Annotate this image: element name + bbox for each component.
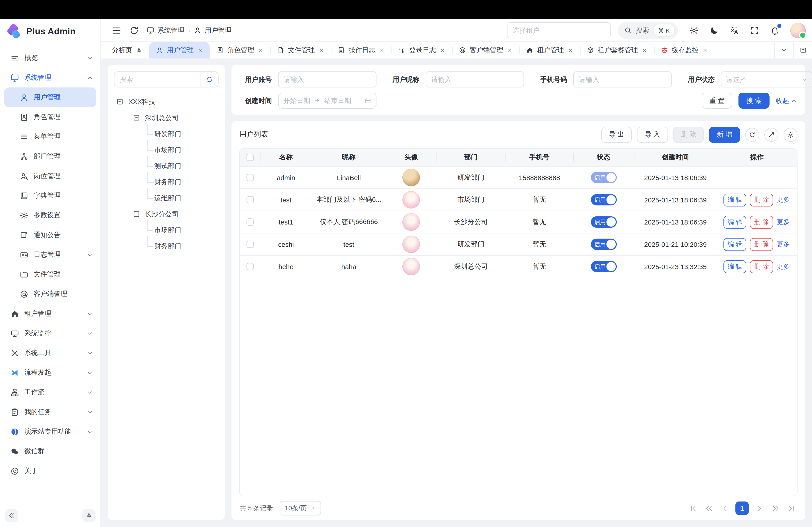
user-nickname-input[interactable] bbox=[426, 72, 524, 88]
tab-缓存监控[interactable]: 缓存监控 bbox=[654, 42, 715, 58]
user-avatar[interactable] bbox=[791, 22, 806, 38]
settings-gear-icon[interactable] bbox=[689, 26, 698, 35]
tree-node-深圳总公司[interactable]: 深圳总公司 bbox=[114, 110, 219, 126]
close-icon[interactable] bbox=[379, 47, 385, 53]
tree-node-财务部门[interactable]: 财务部门 bbox=[114, 174, 219, 190]
tenant-select-input[interactable] bbox=[507, 22, 610, 38]
search-button[interactable]: 搜 索 bbox=[739, 93, 770, 109]
tab-客户端管理[interactable]: 客户端管理 bbox=[452, 42, 519, 58]
tree-search-input[interactable] bbox=[114, 76, 200, 83]
phone-number-input[interactable] bbox=[574, 72, 672, 88]
next-page-button[interactable] bbox=[754, 502, 765, 514]
tab-操作日志[interactable]: 操作日志 bbox=[331, 42, 392, 58]
date-range-picker[interactable]: 开始日期 结束日期 bbox=[278, 93, 376, 109]
more-button[interactable]: 更多 bbox=[776, 238, 791, 251]
last-page-button[interactable] bbox=[786, 502, 797, 514]
sidebar-item-系统管理[interactable]: 系统管理 bbox=[0, 68, 100, 88]
edit-button[interactable]: 编 辑 bbox=[723, 193, 746, 206]
sidebar-item-用户管理[interactable]: 用户管理 bbox=[4, 88, 96, 107]
status-toggle[interactable]: 启用 bbox=[591, 172, 617, 183]
close-icon[interactable] bbox=[318, 47, 324, 53]
table-fullscreen-button[interactable] bbox=[765, 127, 778, 141]
close-icon[interactable] bbox=[197, 47, 203, 53]
status-toggle[interactable]: 启用 bbox=[591, 216, 617, 228]
more-button[interactable]: 更多 bbox=[776, 215, 791, 228]
import-button[interactable]: 导 入 bbox=[637, 126, 668, 142]
sidebar-item-系统监控[interactable]: 系统监控 bbox=[0, 323, 100, 343]
sidebar-item-系统工具[interactable]: 系统工具 bbox=[0, 343, 100, 363]
prev-page-button[interactable] bbox=[719, 502, 731, 514]
sidebar-pin-button[interactable] bbox=[82, 509, 95, 522]
delete-button[interactable]: 删 除 bbox=[750, 215, 773, 228]
row-checkbox[interactable] bbox=[246, 241, 253, 248]
status-toggle[interactable]: 启用 bbox=[591, 239, 617, 250]
user-status-select[interactable]: 请选择 bbox=[721, 72, 812, 88]
jump-forward-button[interactable] bbox=[770, 502, 781, 514]
sidebar-item-文件管理[interactable]: 文件管理 bbox=[0, 265, 100, 284]
tab-登录日志[interactable]: 登录日志 bbox=[392, 42, 452, 58]
fullscreen-icon[interactable] bbox=[750, 26, 759, 35]
table-settings-button[interactable] bbox=[784, 127, 798, 141]
refresh-page-button[interactable] bbox=[129, 25, 140, 35]
menu-toggle-button[interactable] bbox=[112, 25, 122, 35]
tree-node-长沙分公司[interactable]: 长沙分公司 bbox=[114, 206, 219, 222]
export-button[interactable]: 导 出 bbox=[601, 126, 632, 142]
tree-node-测试部门[interactable]: 测试部门 bbox=[114, 158, 219, 174]
sidebar-item-通知公告[interactable]: 通知公告 bbox=[0, 225, 100, 245]
sidebar-item-菜单管理[interactable]: 菜单管理 bbox=[0, 127, 100, 147]
dark-mode-moon-icon[interactable] bbox=[709, 26, 719, 35]
sidebar-item-部门管理[interactable]: 部门管理 bbox=[0, 147, 100, 166]
tab-角色管理[interactable]: 角色管理 bbox=[210, 42, 271, 58]
tree-node-市场部门[interactable]: 市场部门 bbox=[114, 142, 219, 158]
sidebar-item-演示站专用功能[interactable]: 演示站专用功能 bbox=[0, 422, 100, 441]
close-icon[interactable] bbox=[642, 47, 647, 53]
edit-button[interactable]: 编 辑 bbox=[723, 260, 746, 273]
tree-node-研发部门[interactable]: 研发部门 bbox=[114, 126, 219, 142]
collapse-node-icon[interactable] bbox=[116, 98, 124, 105]
sidebar-item-工作流[interactable]: 工作流 bbox=[0, 382, 100, 402]
notifications-bell-icon[interactable] bbox=[770, 26, 779, 35]
sidebar-item-岗位管理[interactable]: 岗位管理 bbox=[0, 166, 100, 186]
user-account-input[interactable] bbox=[278, 72, 376, 88]
sidebar-item-参数设置[interactable]: 参数设置 bbox=[0, 205, 100, 225]
delete-button[interactable]: 删 除 bbox=[750, 193, 773, 206]
sidebar-item-字典管理[interactable]: 字典管理 bbox=[0, 186, 100, 205]
close-icon[interactable] bbox=[440, 47, 445, 53]
close-icon[interactable] bbox=[258, 47, 263, 53]
delete-button[interactable]: 删 除 bbox=[750, 260, 773, 273]
tree-node-财务部门[interactable]: 财务部门 bbox=[114, 238, 219, 254]
tree-node-运维部门[interactable]: 运维部门 bbox=[114, 190, 219, 206]
add-button[interactable]: 新 增 bbox=[709, 126, 740, 142]
table-refresh-button[interactable] bbox=[745, 127, 759, 141]
breadcrumb-item[interactable]: 系统管理 bbox=[147, 26, 185, 35]
sidebar-collapse-button[interactable] bbox=[5, 509, 18, 522]
sidebar-item-日志管理[interactable]: 日志管理 bbox=[0, 245, 100, 265]
edit-button[interactable]: 编 辑 bbox=[723, 238, 746, 251]
current-page-button[interactable]: 1 bbox=[735, 501, 749, 515]
language-translate-icon[interactable] bbox=[730, 26, 739, 35]
select-all-checkbox[interactable] bbox=[246, 154, 253, 161]
tree-node-市场部门[interactable]: 市场部门 bbox=[114, 222, 219, 238]
tab-租户套餐管理[interactable]: 租户套餐管理 bbox=[580, 42, 654, 58]
sidebar-item-概览[interactable]: 概览 bbox=[0, 48, 100, 68]
content-fullscreen-button[interactable] bbox=[793, 42, 812, 58]
jump-back-button[interactable] bbox=[703, 502, 715, 514]
row-checkbox[interactable] bbox=[246, 219, 253, 226]
status-toggle[interactable]: 启用 bbox=[591, 194, 617, 206]
first-page-button[interactable] bbox=[687, 502, 699, 514]
more-button[interactable]: 更多 bbox=[776, 193, 791, 206]
close-icon[interactable] bbox=[507, 47, 513, 53]
tab-文件管理[interactable]: 文件管理 bbox=[270, 42, 331, 58]
row-checkbox[interactable] bbox=[246, 174, 253, 181]
page-size-select[interactable]: 10条/页 bbox=[280, 501, 321, 515]
collapse-node-icon[interactable] bbox=[133, 210, 140, 218]
tab-租户管理[interactable]: 租户管理 bbox=[520, 42, 580, 58]
breadcrumb-item[interactable]: 用户管理 bbox=[194, 26, 232, 35]
close-icon[interactable] bbox=[567, 47, 573, 53]
more-button[interactable]: 更多 bbox=[776, 260, 791, 273]
sidebar-item-微信群[interactable]: 微信群 bbox=[0, 441, 100, 461]
sidebar-item-流程发起[interactable]: 流程发起 bbox=[0, 363, 100, 382]
reset-button[interactable]: 重 置 bbox=[701, 93, 733, 109]
status-toggle[interactable]: 启用 bbox=[591, 261, 617, 272]
row-checkbox[interactable] bbox=[246, 196, 253, 203]
